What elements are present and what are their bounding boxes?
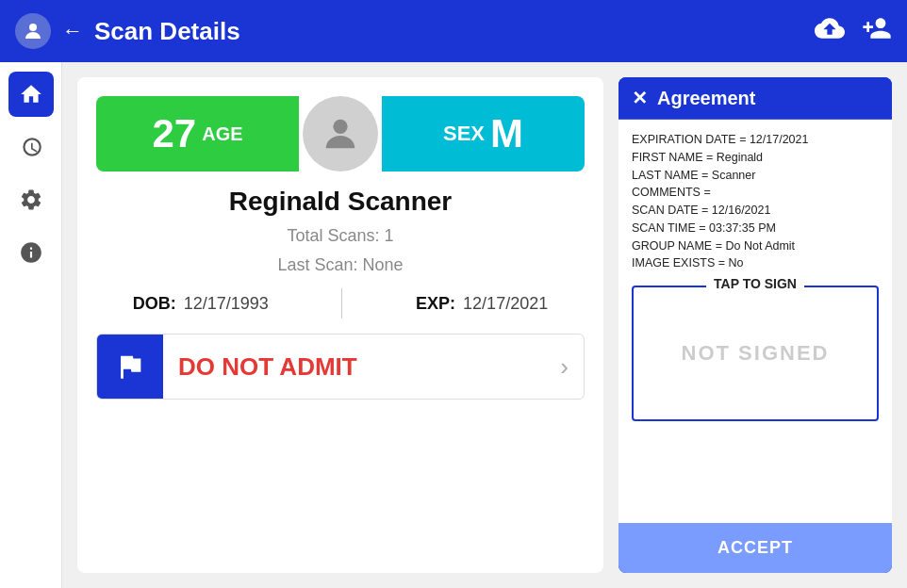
clock-icon xyxy=(19,135,43,159)
svg-point-1 xyxy=(333,120,347,134)
dob-label: DOB: xyxy=(133,294,176,314)
agreement-row: GROUP NAME = Do Not Admit xyxy=(632,237,879,255)
age-sex-row: 27 AGE SEX M xyxy=(96,96,585,172)
exp-item: EXP: 12/17/2021 xyxy=(416,294,548,314)
sidebar-item-settings[interactable] xyxy=(8,177,54,222)
sex-value: M xyxy=(490,111,523,156)
agreement-row: IMAGE EXISTS = No xyxy=(632,254,879,272)
status-bar[interactable]: DO NOT ADMIT › xyxy=(96,334,585,400)
agreement-panel: ✕ Agreement EXPIRATION DATE = 12/17/2021… xyxy=(618,77,892,573)
status-chevron-icon: › xyxy=(560,352,569,382)
status-icon-box xyxy=(97,335,163,399)
agreement-row: LAST NAME = Scanner xyxy=(632,167,879,185)
accept-button[interactable]: ACCEPT xyxy=(618,523,892,573)
sex-label: SEX xyxy=(443,122,485,146)
sidebar-item-history[interactable] xyxy=(8,124,54,170)
agreement-body: EXPIRATION DATE = 12/17/2021FIRST NAME =… xyxy=(618,120,892,523)
sex-badge: SEX M xyxy=(382,96,585,172)
person-name: Reginald Scanner xyxy=(229,187,453,217)
dob-item: DOB: 12/17/1993 xyxy=(133,294,269,314)
divider xyxy=(341,288,342,318)
tap-to-sign-section[interactable]: TAP TO SIGN NOT SIGNED xyxy=(632,286,879,421)
header-right xyxy=(815,13,892,50)
avatar xyxy=(303,96,378,172)
sidebar-item-info[interactable] xyxy=(8,230,54,275)
age-badge: 27 AGE xyxy=(96,96,299,172)
total-scans-label: Total Scans: xyxy=(287,226,379,245)
not-signed-text: NOT SIGNED xyxy=(682,341,830,366)
avatar-person-icon xyxy=(319,112,362,155)
agreement-row: COMMENTS = xyxy=(632,184,879,202)
last-scan-value: None xyxy=(363,255,404,274)
gear-icon xyxy=(19,188,43,212)
agreement-row: SCAN TIME = 03:37:35 PM xyxy=(632,220,879,237)
agreement-row: SCAN DATE = 12/16/2021 xyxy=(632,202,879,220)
content-area: 27 AGE SEX M Reginald Scanner Tot xyxy=(62,62,907,588)
add-person-button[interactable] xyxy=(862,13,892,50)
person-icon xyxy=(22,20,44,42)
main-layout: 27 AGE SEX M Reginald Scanner Tot xyxy=(0,62,907,588)
age-label: AGE xyxy=(202,123,242,145)
header: ← Scan Details xyxy=(0,0,907,62)
status-text-box: DO NOT ADMIT › xyxy=(163,352,584,382)
flag-icon xyxy=(114,351,146,383)
agreement-close-button[interactable]: ✕ xyxy=(632,87,648,109)
agreement-row: EXPIRATION DATE = 12/17/2021 xyxy=(632,131,879,149)
page-title: Scan Details xyxy=(94,17,240,46)
status-text: DO NOT ADMIT xyxy=(178,352,357,382)
home-icon xyxy=(19,82,43,106)
agreement-row: FIRST NAME = Reginald xyxy=(632,149,879,167)
cloud-upload-icon xyxy=(815,13,845,43)
scan-card: 27 AGE SEX M Reginald Scanner Tot xyxy=(77,77,603,573)
cloud-upload-button[interactable] xyxy=(815,13,845,50)
sidebar-item-home[interactable] xyxy=(8,72,54,117)
exp-label: EXP: xyxy=(416,294,455,314)
last-scan-label: Last Scan: xyxy=(277,255,357,274)
add-person-icon xyxy=(862,13,892,43)
svg-point-0 xyxy=(29,24,37,31)
last-scan: Last Scan: None xyxy=(277,255,403,275)
dob-value: 12/17/1993 xyxy=(184,294,269,314)
agreement-rows: EXPIRATION DATE = 12/17/2021FIRST NAME =… xyxy=(632,131,879,272)
tap-to-sign-label: TAP TO SIGN xyxy=(706,276,804,291)
exp-value: 12/17/2021 xyxy=(463,294,548,314)
info-icon xyxy=(19,240,43,265)
total-scans: Total Scans: 1 xyxy=(287,226,393,246)
age-value: 27 xyxy=(152,111,196,156)
agreement-title: Agreement xyxy=(657,88,755,109)
header-avatar-icon xyxy=(15,13,51,49)
total-scans-value: 1 xyxy=(385,226,394,245)
agreement-header: ✕ Agreement xyxy=(618,77,892,120)
back-button[interactable]: ← xyxy=(62,21,83,41)
header-left: ← Scan Details xyxy=(15,13,815,49)
dob-exp-row: DOB: 12/17/1993 EXP: 12/17/2021 xyxy=(96,288,585,318)
tap-sign-area[interactable]: NOT SIGNED xyxy=(634,287,877,419)
sidebar xyxy=(0,62,62,588)
